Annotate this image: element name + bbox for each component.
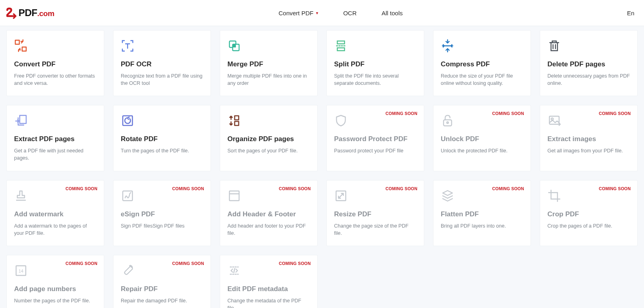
svg-rect-5 xyxy=(20,115,26,123)
logo-text-com: .com xyxy=(37,9,54,18)
tool-title: Unlock PDF xyxy=(441,135,523,143)
image-icon xyxy=(547,113,562,128)
tool-esign-pdf[interactable]: COMING SOON eSign PDF Sign PDF filesSign… xyxy=(113,180,211,246)
tool-extract-images[interactable]: COMING SOON Extract images Get all image… xyxy=(540,105,638,171)
tool-desc: Unlock the protected PDF file. xyxy=(441,147,523,154)
merge-icon xyxy=(227,39,242,53)
tool-resize-pdf[interactable]: COMING SOON Resize PDF Change the page s… xyxy=(326,180,424,246)
coming-soon-badge: COMING SOON xyxy=(66,261,97,266)
ocr-icon xyxy=(121,39,135,53)
site-header: PDF .com Convert PDF ▾ OCR All tools En xyxy=(0,0,644,26)
tool-desc: Get a PDF file with just needed pages. xyxy=(14,147,97,162)
crop-icon xyxy=(547,189,562,203)
tool-merge-pdf[interactable]: Merge PDF Merge multiple PDF files into … xyxy=(220,30,318,96)
tool-desc: Sort the pages of your PDF file. xyxy=(227,147,310,154)
language-selector[interactable]: En xyxy=(627,10,638,16)
main-nav: Convert PDF ▾ OCR All tools xyxy=(54,10,627,16)
shield-icon xyxy=(334,113,349,128)
coming-soon-badge: COMING SOON xyxy=(599,111,631,116)
tool-title: Convert PDF xyxy=(14,60,97,68)
tool-header-footer[interactable]: COMING SOON Add Header & Footer Add head… xyxy=(220,180,318,246)
tool-title: PDF OCR xyxy=(121,60,203,68)
tool-desc: Password protect your PDF file xyxy=(334,147,417,154)
tool-desc: Add a watermark to the pages of your PDF… xyxy=(14,222,97,237)
coming-soon-badge: COMING SOON xyxy=(386,111,417,116)
unlock-icon xyxy=(441,113,455,128)
tool-title: Resize PDF xyxy=(334,210,417,218)
tool-title: Add page numbers xyxy=(14,285,97,293)
stamp-icon xyxy=(14,189,29,203)
tool-desc: Recognize text from a PDF file using the… xyxy=(121,72,203,87)
tool-convert-pdf[interactable]: Convert PDF Free PDF converter to other … xyxy=(6,30,104,96)
tool-crop-pdf[interactable]: COMING SOON Crop PDF Crop the pages of a… xyxy=(540,180,638,246)
tool-title: Crop PDF xyxy=(547,210,630,218)
svg-point-10 xyxy=(447,122,448,123)
tool-title: Edit PDF metadata xyxy=(227,285,310,293)
tool-title: Merge PDF xyxy=(227,60,310,68)
organize-icon xyxy=(227,113,242,128)
tool-edit-metadata[interactable]: COMING SOON Edit PDF metadata Change the… xyxy=(220,255,318,308)
svg-rect-9 xyxy=(444,120,452,126)
tool-password-protect[interactable]: COMING SOON Password Protect PDF Passwor… xyxy=(326,105,424,171)
extract-pages-icon xyxy=(14,113,29,128)
tool-flatten-pdf[interactable]: COMING SOON Flatten PDF Bring all PDF la… xyxy=(433,180,531,246)
rotate-icon xyxy=(121,113,135,128)
tool-desc: Merge multiple PDF files into one in any… xyxy=(227,72,310,87)
svg-rect-1 xyxy=(22,47,26,51)
tool-title: Flatten PDF xyxy=(441,210,523,218)
tool-title: Add watermark xyxy=(14,210,97,218)
tool-desc: Delete unnecessary pages from PDF online… xyxy=(547,72,630,87)
coming-soon-badge: COMING SOON xyxy=(599,186,631,191)
split-icon xyxy=(334,39,349,53)
tool-page-numbers[interactable]: COMING SOON 14 Add page numbers Number t… xyxy=(6,255,104,308)
tool-desc: Sign PDF filesSign PDF files xyxy=(121,222,203,230)
svg-rect-11 xyxy=(549,116,559,124)
tool-desc: Repair the damaged PDF file. xyxy=(121,297,203,304)
tool-title: Organize PDF pages xyxy=(227,135,310,143)
logo-icon xyxy=(6,7,18,19)
tool-desc: Change the metadata of the PDF file. xyxy=(227,297,310,308)
chevron-down-icon: ▾ xyxy=(316,10,318,16)
tool-rotate-pdf[interactable]: Rotate PDF Turn the pages of the PDF fil… xyxy=(113,105,211,171)
tool-desc: Change the page size of the PDF file. xyxy=(334,222,417,237)
tools-grid: Convert PDF Free PDF converter to other … xyxy=(0,26,644,308)
logo-text-pdf: PDF xyxy=(19,7,37,18)
resize-icon xyxy=(334,189,349,203)
logo[interactable]: PDF .com xyxy=(6,7,54,19)
tool-repair-pdf[interactable]: COMING SOON Repair PDF Repair the damage… xyxy=(113,255,211,308)
tool-delete-pages[interactable]: Delete PDF pages Delete unnecessary page… xyxy=(540,30,638,96)
coming-soon-badge: COMING SOON xyxy=(172,186,204,191)
tool-desc: Reduce the size of your PDF file online … xyxy=(441,72,523,87)
tool-pdf-ocr[interactable]: PDF OCR Recognize text from a PDF file u… xyxy=(113,30,211,96)
tool-desc: Add header and footer to your PDF file. xyxy=(227,222,310,237)
metadata-icon xyxy=(227,263,242,278)
nav-ocr[interactable]: OCR xyxy=(343,10,357,16)
tool-desc: Get all images from your PDF file. xyxy=(547,147,630,154)
tool-title: Repair PDF xyxy=(121,285,203,293)
svg-rect-4 xyxy=(233,44,236,47)
tool-unlock-pdf[interactable]: COMING SOON Unlock PDF Unlock the protec… xyxy=(433,105,531,171)
coming-soon-badge: COMING SOON xyxy=(66,186,97,191)
nav-all-tools[interactable]: All tools xyxy=(382,10,403,16)
tool-extract-pages[interactable]: Extract PDF pages Get a PDF file with ju… xyxy=(6,105,104,171)
compress-icon xyxy=(441,39,455,53)
tool-organize-pages[interactable]: Organize PDF pages Sort the pages of you… xyxy=(220,105,318,171)
tool-desc: Crop the pages of a PDF file. xyxy=(547,222,630,230)
coming-soon-badge: COMING SOON xyxy=(492,186,524,191)
svg-rect-0 xyxy=(15,40,19,44)
nav-convert-pdf[interactable]: Convert PDF ▾ xyxy=(279,10,318,16)
tool-compress-pdf[interactable]: Compress PDF Reduce the size of your PDF… xyxy=(433,30,531,96)
tool-title: Extract images xyxy=(547,135,630,143)
tool-title: Add Header & Footer xyxy=(227,210,310,218)
tool-add-watermark[interactable]: COMING SOON Add watermark Add a watermar… xyxy=(6,180,104,246)
tool-split-pdf[interactable]: Split PDF Split the PDF file into severa… xyxy=(326,30,424,96)
tool-desc: Bring all PDF layers into one. xyxy=(441,222,523,230)
svg-rect-8 xyxy=(235,121,239,125)
wrench-icon xyxy=(121,263,135,278)
tool-title: Compress PDF xyxy=(441,60,523,68)
tool-desc: Free PDF converter to other formats and … xyxy=(14,72,97,87)
tool-title: Password Protect PDF xyxy=(334,135,417,143)
tool-desc: Turn the pages of the PDF file. xyxy=(121,147,203,154)
sign-icon xyxy=(121,189,135,203)
coming-soon-badge: COMING SOON xyxy=(172,261,204,266)
